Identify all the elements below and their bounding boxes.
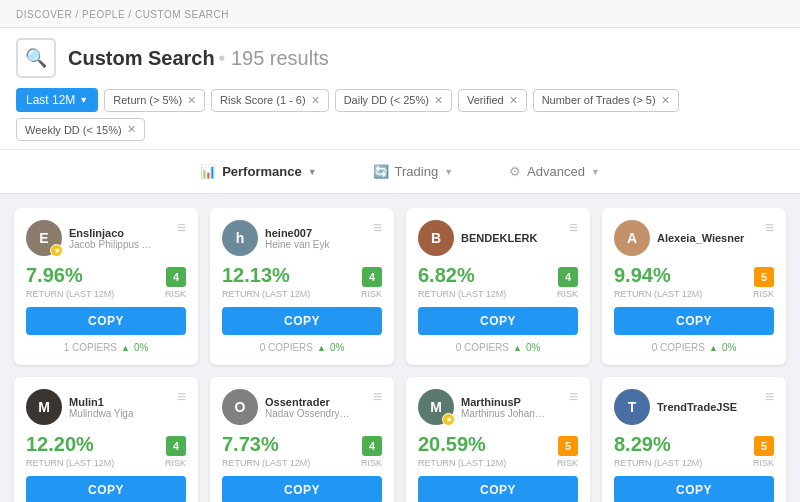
fullname: Marthinus Johann... [461,408,546,419]
return-row: 8.29% 5 [614,433,774,456]
risk-badge: 4 [558,267,578,287]
avatar: E ★ [26,220,62,256]
username: Enslinjaco [69,227,154,239]
card-menu-icon[interactable]: ≡ [765,389,774,405]
return-row: 7.73% 4 [222,433,382,456]
return-label-row: RETURN (LAST 12M) RISK [418,458,578,468]
chip-x-return[interactable]: ✕ [187,94,196,107]
risk-label: RISK [753,458,774,468]
copiers-change: 0% [134,342,148,353]
search-title-row: 🔍 Custom Search • 195 results [16,38,784,78]
filter-chip-trades[interactable]: Number of Trades (> 5) ✕ [533,89,679,112]
chip-x-weekly-dd[interactable]: ✕ [127,123,136,136]
chip-x-trades[interactable]: ✕ [661,94,670,107]
card-menu-icon[interactable]: ≡ [373,220,382,236]
performance-arrow: ▼ [308,167,317,177]
change-arrow-icon: ▲ [317,343,326,353]
copiers-row: 0 COPIERS ▲ 0% [614,342,774,353]
card-menu-icon[interactable]: ≡ [373,389,382,405]
card-header: B BENDEKLERK ≡ [418,220,578,256]
fullname: Heine van Eyk [265,239,329,250]
copy-button[interactable]: COPY [418,476,578,502]
search-icon-box: 🔍 [16,38,56,78]
risk-label: RISK [753,289,774,299]
risk-badge: 5 [754,267,774,287]
card-header: M ★ MarthinusP Marthinus Johann... ≡ [418,389,578,425]
fullname: Jacob Philippus En... [69,239,154,250]
page-title: Custom Search • 195 results [68,47,329,70]
chip-x-verified[interactable]: ✕ [509,94,518,107]
user-info: Ossentrader Nadav Ossendryver [265,396,350,419]
breadcrumb-bar: DISCOVER / PEOPLE / CUSTOM SEARCH [0,0,800,28]
risk-label: RISK [361,289,382,299]
return-label: RETURN (LAST 12M) [614,458,702,468]
username: BENDEKLERK [461,232,537,244]
breadcrumb: DISCOVER / PEOPLE / CUSTOM SEARCH [16,9,229,20]
tab-trading[interactable]: 🔄 Trading ▼ [365,160,462,183]
card-menu-icon[interactable]: ≡ [177,220,186,236]
user-info: BENDEKLERK [461,232,537,244]
copy-button[interactable]: COPY [26,307,186,335]
tab-bar: 📊 Performance ▼ 🔄 Trading ▼ ⚙ Advanced ▼ [0,150,800,194]
advanced-icon: ⚙ [509,164,521,179]
period-arrow: ▼ [79,95,88,105]
card-menu-icon[interactable]: ≡ [569,389,578,405]
copy-button[interactable]: COPY [222,307,382,335]
tab-advanced[interactable]: ⚙ Advanced ▼ [501,160,608,183]
card-header: A Alexeia_Wiesner ≡ [614,220,774,256]
card-menu-icon[interactable]: ≡ [569,220,578,236]
user-info: TrendTradeJSE [657,401,737,413]
filter-chip-daily-dd[interactable]: Daily DD (< 25%) ✕ [335,89,452,112]
fullname: Mulindwa Yiga [69,408,133,419]
avatar: A [614,220,650,256]
copy-button[interactable]: COPY [222,476,382,502]
user-info: heine007 Heine van Eyk [265,227,329,250]
filter-chip-return[interactable]: Return (> 5%) ✕ [104,89,205,112]
copiers-count: 1 COPIERS [64,342,117,353]
performance-icon: 📊 [200,164,216,179]
filter-chip-weekly-dd[interactable]: Weekly DD (< 15%) ✕ [16,118,145,141]
trader-card: E ★ Enslinjaco Jacob Philippus En... ≡ 7… [14,208,198,365]
copy-button[interactable]: COPY [418,307,578,335]
copiers-count: 0 COPIERS [260,342,313,353]
risk-badge: 4 [362,267,382,287]
avatar: B [418,220,454,256]
filter-chip-verified[interactable]: Verified ✕ [458,89,527,112]
change-arrow-icon: ▲ [121,343,130,353]
performance-label: Performance [222,164,301,179]
user-info: Enslinjaco Jacob Philippus En... [69,227,154,250]
return-label-row: RETURN (LAST 12M) RISK [222,458,382,468]
return-label-row: RETURN (LAST 12M) RISK [26,289,186,299]
return-row: 6.82% 4 [418,264,578,287]
copy-button[interactable]: COPY [614,476,774,502]
copiers-count: 0 COPIERS [652,342,705,353]
tab-performance[interactable]: 📊 Performance ▼ [192,160,324,183]
return-label: RETURN (LAST 12M) [222,289,310,299]
separator: • [218,47,231,69]
return-percentage: 6.82% [418,264,475,287]
trading-icon: 🔄 [373,164,389,179]
return-row: 7.96% 4 [26,264,186,287]
return-percentage: 7.73% [222,433,279,456]
copy-button[interactable]: COPY [26,476,186,502]
change-arrow-icon: ▲ [709,343,718,353]
card-user: T TrendTradeJSE [614,389,737,425]
username: Ossentrader [265,396,350,408]
return-percentage: 9.94% [614,264,671,287]
return-label-row: RETURN (LAST 12M) RISK [418,289,578,299]
username: MarthinusP [461,396,546,408]
return-label-row: RETURN (LAST 12M) RISK [26,458,186,468]
card-menu-icon[interactable]: ≡ [177,389,186,405]
chip-x-risk[interactable]: ✕ [311,94,320,107]
return-label-row: RETURN (LAST 12M) RISK [222,289,382,299]
chip-x-daily-dd[interactable]: ✕ [434,94,443,107]
return-label: RETURN (LAST 12M) [222,458,310,468]
period-filter-button[interactable]: Last 12M ▼ [16,88,98,112]
card-menu-icon[interactable]: ≡ [765,220,774,236]
user-info: Alexeia_Wiesner [657,232,744,244]
fullname: Nadav Ossendryver [265,408,350,419]
filter-chip-risk[interactable]: Risk Score (1 - 6) ✕ [211,89,329,112]
copy-button[interactable]: COPY [614,307,774,335]
change-arrow-icon: ▲ [513,343,522,353]
avatar: M [26,389,62,425]
